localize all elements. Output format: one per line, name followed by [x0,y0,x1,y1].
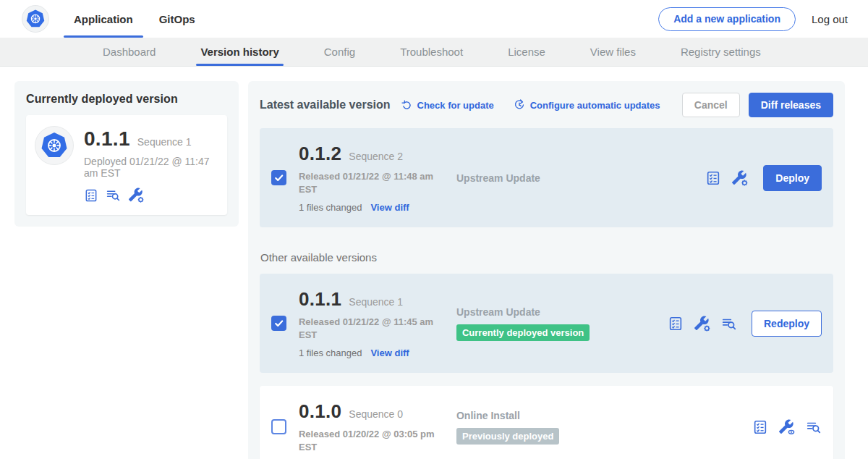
files-changed-label: 1 files changed [299,202,362,213]
logout-link[interactable]: Log out [812,13,848,25]
app-sub-nav: Dashboard Version history Config Trouble… [0,38,868,67]
available-versions-panel: Latest available version Check for updat… [248,81,845,459]
version-number: 0.1.1 [299,288,341,311]
tab-application[interactable]: Application [64,0,143,38]
check-for-update-link[interactable]: Check for update [401,99,494,111]
version-number: 0.1.2 [299,143,341,165]
tab-config-label: Config [324,46,355,58]
latest-available-title: Latest available version [260,98,391,111]
logs-search-icon[interactable] [806,419,822,435]
sequence-label: Sequence 2 [349,151,403,162]
version-source: Upstream Update [456,172,668,184]
tab-registry-settings[interactable]: Registry settings [679,38,762,66]
tab-troubleshoot-label: Troubleshoot [400,46,463,58]
tab-dashboard-label: Dashboard [103,46,156,58]
version-row: 0.1.1 Sequence 1 Released 01/21/22 @ 11:… [260,274,833,373]
version-row: 0.1.2 Sequence 2 Released 01/21/22 @ 11:… [260,128,833,227]
version-source: Online Install [456,410,668,421]
tab-troubleshoot[interactable]: Troubleshoot [399,38,464,66]
add-new-application-button[interactable]: Add a new application [658,7,796,31]
deployed-version-number: 0.1.1 [84,127,130,151]
tab-license-label: License [508,46,545,58]
deployed-sequence-label: Sequence 1 [137,136,192,148]
currently-deployed-panel: Currently deployed version 0.1.1 Sequenc… [14,81,239,227]
diff-releases-button[interactable]: Diff releases [749,93,833,117]
deployed-version-card: 0.1.1 Sequence 1 Deployed 01/21/22 @ 11:… [26,115,227,215]
tab-version-history-label: Version history [200,46,278,58]
logs-search-icon[interactable] [106,188,121,203]
tab-version-history[interactable]: Version history [199,38,280,66]
tab-gitops[interactable]: GitOps [149,0,205,38]
wrench-gear-icon[interactable] [128,187,145,203]
tab-view-files-label: View files [590,46,636,58]
tab-dashboard[interactable]: Dashboard [101,38,157,66]
tab-license[interactable]: License [506,38,547,66]
logs-search-icon[interactable] [721,316,737,332]
cancel-button[interactable]: Cancel [682,93,740,117]
kubernetes-logo [22,5,49,33]
sequence-label: Sequence 0 [349,408,403,420]
currently-deployed-badge: Currently deployed version [456,324,590,341]
sequence-label: Sequence 1 [349,296,403,308]
checklist-icon[interactable] [668,316,684,332]
wrench-eye-icon[interactable] [778,418,796,436]
configure-automatic-updates-link[interactable]: Configure automatic updates [513,98,660,111]
view-diff-link[interactable]: View diff [370,202,409,213]
checklist-icon[interactable] [84,188,98,203]
files-changed-label: 1 files changed [299,348,362,358]
checklist-icon[interactable] [705,170,721,186]
tab-view-files[interactable]: View files [589,38,637,66]
tab-gitops-label: GitOps [159,13,195,25]
checklist-icon[interactable] [752,419,768,435]
tab-application-label: Application [74,13,133,25]
check-icon [273,172,285,184]
deployed-timestamp: Deployed 01/21/22 @ 11:47 am EST [84,156,214,179]
redeploy-button[interactable]: Redeploy [752,311,822,337]
wrench-gear-icon[interactable] [731,169,749,187]
version-checkbox[interactable] [271,170,286,185]
tab-config[interactable]: Config [323,38,357,66]
version-source: Upstream Update [456,306,668,318]
released-timestamp: Released 01/21/22 @ 11:48 am EST [299,170,447,195]
view-diff-link[interactable]: View diff [370,348,409,358]
deploy-button[interactable]: Deploy [763,165,822,191]
wrench-gear-icon[interactable] [694,315,711,332]
released-timestamp: Released 01/21/22 @ 11:45 am EST [299,316,447,341]
check-for-update-label: Check for update [417,100,494,111]
version-checkbox[interactable] [271,316,286,331]
released-timestamp: Released 01/20/22 @ 03:05 pm EST [299,428,447,453]
top-nav: Application GitOps Add a new application… [0,0,868,38]
check-icon [273,317,285,329]
previously-deployed-badge: Previously deployed [456,428,559,445]
refresh-icon [401,99,413,111]
configure-automatic-updates-label: Configure automatic updates [530,100,660,111]
version-number: 0.1.0 [299,400,341,423]
version-checkbox[interactable] [271,419,286,434]
other-available-versions-label: Other available versions [260,251,833,264]
app-icon [35,126,74,165]
clock-refresh-icon [513,98,526,111]
tab-registry-settings-label: Registry settings [681,46,761,58]
currently-deployed-title: Currently deployed version [26,93,227,106]
version-row: 0.1.0 Sequence 0 Released 01/20/22 @ 03:… [260,386,833,459]
